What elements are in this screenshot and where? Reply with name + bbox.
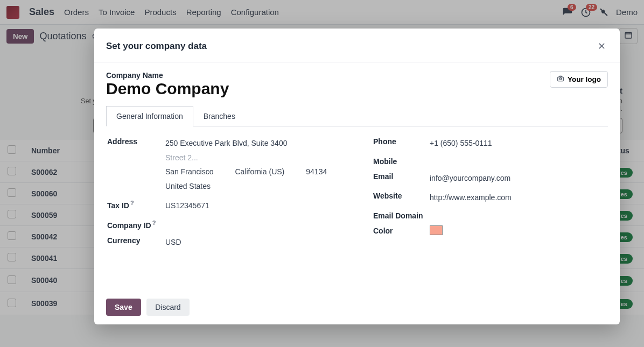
your-logo-button[interactable]: Your logo: [550, 71, 608, 88]
label-currency: Currency: [107, 235, 165, 250]
save-button[interactable]: Save: [106, 299, 141, 316]
address-street1[interactable]: 250 Executive Park Blvd, Suite 3400: [165, 136, 341, 151]
label-website: Website: [373, 190, 430, 205]
label-phone: Phone: [373, 136, 430, 151]
phone-input[interactable]: +1 (650) 555-0111: [430, 136, 607, 151]
color-swatch[interactable]: [430, 225, 443, 235]
address-zip[interactable]: 94134: [306, 165, 327, 179]
svg-rect-6: [558, 77, 564, 81]
modal-title: Set your company data: [106, 41, 207, 52]
company-name-label: Company Name: [106, 71, 229, 80]
label-company-id: Company ID?: [107, 218, 165, 230]
label-mobile: Mobile: [373, 156, 430, 166]
svg-point-7: [559, 78, 562, 80]
address-country[interactable]: United States: [165, 179, 341, 194]
address-state[interactable]: California (US): [235, 165, 284, 179]
discard-button[interactable]: Discard: [146, 299, 189, 316]
tab-branches[interactable]: Branches: [193, 106, 246, 126]
email-domain-input[interactable]: [430, 210, 607, 220]
tab-general-information[interactable]: General Information: [106, 106, 193, 126]
modal-tabs: General Information Branches: [106, 105, 608, 126]
company-id-input[interactable]: [165, 218, 341, 230]
your-logo-label: Your logo: [568, 75, 601, 83]
close-icon[interactable]: ✕: [596, 38, 608, 54]
email-input[interactable]: info@yourcompany.com: [430, 171, 607, 186]
company-name-input[interactable]: Demo Company: [106, 80, 229, 98]
label-address: Address: [107, 136, 165, 193]
label-tax-id: Tax ID?: [107, 199, 165, 213]
website-input[interactable]: http://www.example.com: [430, 190, 607, 205]
label-email: Email: [373, 171, 430, 186]
address-street2[interactable]: Street 2...: [165, 151, 341, 165]
company-modal: Set your company data ✕ Company Name Dem…: [94, 29, 620, 324]
camera-icon: [557, 75, 564, 84]
address-city[interactable]: San Francisco: [165, 165, 213, 179]
label-color: Color: [373, 225, 430, 240]
currency-input[interactable]: USD: [165, 235, 341, 250]
mobile-input[interactable]: [430, 156, 607, 166]
tax-id-input[interactable]: US12345671: [165, 199, 341, 213]
label-email-domain: Email Domain: [373, 210, 430, 220]
